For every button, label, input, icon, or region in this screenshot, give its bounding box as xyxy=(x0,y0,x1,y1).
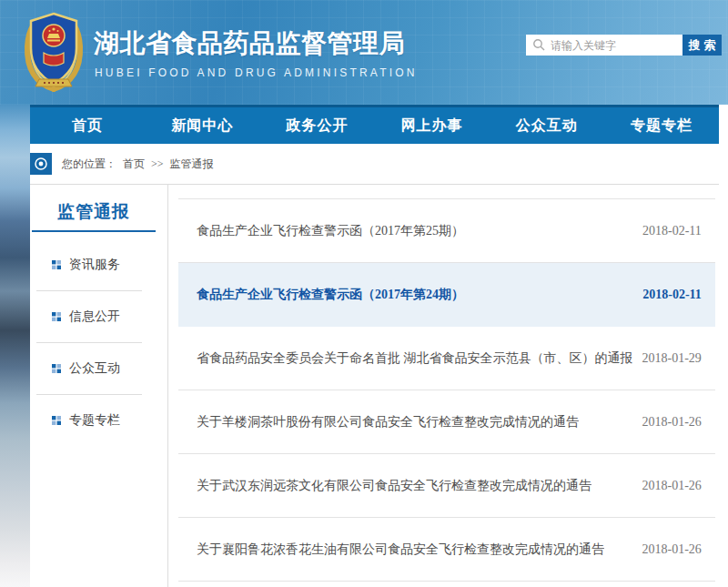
location-icon xyxy=(30,153,52,175)
news-row[interactable]: 关于羊楼洞茶叶股份有限公司食品安全飞行检查整改完成情况的通告 2018-01-2… xyxy=(178,390,715,454)
site-subtitle: HUBEI FOOD AND DRUG ADMINISTRATION xyxy=(95,66,418,79)
news-title[interactable]: 关于羊楼洞茶叶股份有限公司食品安全飞行检查整改完成情况的通告 xyxy=(178,414,579,430)
sidebar-item-label: 资讯服务 xyxy=(69,257,120,273)
news-title[interactable]: 省食品药品安全委员会关于命名首批 湖北省食品安全示范县（市、区）的通报 xyxy=(178,350,633,367)
sidebar-item-label: 公众互动 xyxy=(69,360,120,377)
sidebar-item-xinxigongkai[interactable]: 信息公开 xyxy=(30,291,167,342)
grid-bullet-icon xyxy=(52,364,61,373)
breadcrumb-current[interactable]: 监管通报 xyxy=(170,157,214,170)
nav-item-gov-info[interactable]: 政务公开 xyxy=(259,107,374,144)
nav-item-special[interactable]: 专题专栏 xyxy=(604,107,719,144)
news-list: 食品生产企业飞行检查警示函（2017年第25期） 2018-02-11 食品生产… xyxy=(178,198,715,582)
hubei-fda-emblem-logo xyxy=(23,9,85,93)
breadcrumb-home[interactable]: 首页 xyxy=(123,157,145,170)
nav-item-news[interactable]: 新闻中心 xyxy=(145,107,259,144)
grid-bullet-icon xyxy=(52,312,61,321)
search-icon xyxy=(532,38,546,52)
breadcrumb-separator: >> xyxy=(151,157,164,170)
content-area: 监管通报 资讯服务 信息公开 xyxy=(30,185,719,587)
page-wrapper: 首页 新闻中心 政务公开 网上办事 公众互动 专题专栏 您的位置： 首页 >> … xyxy=(30,105,719,587)
sidebar-item-label: 专题专栏 xyxy=(69,412,120,429)
grid-bullet-icon xyxy=(52,416,61,425)
search-input[interactable] xyxy=(526,35,682,56)
news-date: 2018-01-26 xyxy=(633,415,715,430)
news-row[interactable]: 食品生产企业飞行检查警示函（2017年第25期） 2018-02-11 xyxy=(178,199,715,263)
news-row[interactable]: 关于襄阳鲁花浓香花生油有限公司食品安全飞行检查整改完成情况的通告 2018-01… xyxy=(178,518,715,582)
news-row[interactable]: 关于武汉东润远茶文化有限公司食品安全飞行检查整改完成情况的通告 2018-01-… xyxy=(178,454,715,518)
news-date: 2018-01-26 xyxy=(633,542,715,557)
nav-item-home[interactable]: 首页 xyxy=(30,107,145,144)
site-header: 湖北省食品药品监督管理局 HUBEI FOOD AND DRUG ADMINIS… xyxy=(0,0,728,105)
breadcrumb: 您的位置： 首页 >> 监管通报 xyxy=(30,144,719,185)
breadcrumb-text: 您的位置： 首页 >> 监管通报 xyxy=(62,157,217,172)
breadcrumb-prefix: 您的位置： xyxy=(62,157,116,170)
background-photo-strip xyxy=(0,105,30,587)
news-row[interactable]: 食品生产企业飞行检查警示函（2017年第24期） 2018-02-11 xyxy=(178,263,715,327)
main-nav: 首页 新闻中心 政务公开 网上办事 公众互动 专题专栏 xyxy=(30,105,719,144)
sidebar-item-zhuantizhuanlan[interactable]: 专题专栏 xyxy=(30,395,167,446)
sidebar-title: 监管通报 xyxy=(32,200,156,232)
news-title[interactable]: 关于襄阳鲁花浓香花生油有限公司食品安全飞行检查整改完成情况的通告 xyxy=(178,541,604,558)
sidebar-item-zixunfuwu[interactable]: 资讯服务 xyxy=(30,239,167,290)
news-date: 2018-01-29 xyxy=(633,351,715,366)
nav-item-online[interactable]: 网上办事 xyxy=(375,107,490,144)
news-list-panel: 食品生产企业飞行检查警示函（2017年第25期） 2018-02-11 食品生产… xyxy=(168,185,719,587)
sidebar: 监管通报 资讯服务 信息公开 xyxy=(30,185,168,587)
news-date: 2018-02-11 xyxy=(633,224,715,238)
nav-item-interact[interactable]: 公众互动 xyxy=(490,107,604,144)
news-title[interactable]: 食品生产企业飞行检查警示函（2017年第25期） xyxy=(178,223,464,239)
news-title[interactable]: 关于武汉东润远茶文化有限公司食品安全飞行检查整改完成情况的通告 xyxy=(178,478,592,494)
sidebar-item-label: 信息公开 xyxy=(69,309,120,325)
grid-bullet-icon xyxy=(52,260,61,269)
news-date: 2018-01-26 xyxy=(633,479,715,493)
news-date: 2018-02-11 xyxy=(633,288,715,302)
sidebar-item-gongzhonghudong[interactable]: 公众互动 xyxy=(30,343,167,394)
search-button[interactable]: 搜 索 xyxy=(682,35,722,56)
news-row[interactable]: 省食品药品安全委员会关于命名首批 湖北省食品安全示范县（市、区）的通报 2018… xyxy=(178,327,715,390)
site-title: 湖北省食品药品监督管理局 xyxy=(94,26,405,61)
search-box: 搜 索 xyxy=(526,35,722,56)
news-title[interactable]: 食品生产企业飞行检查警示函（2017年第24期） xyxy=(178,287,464,303)
